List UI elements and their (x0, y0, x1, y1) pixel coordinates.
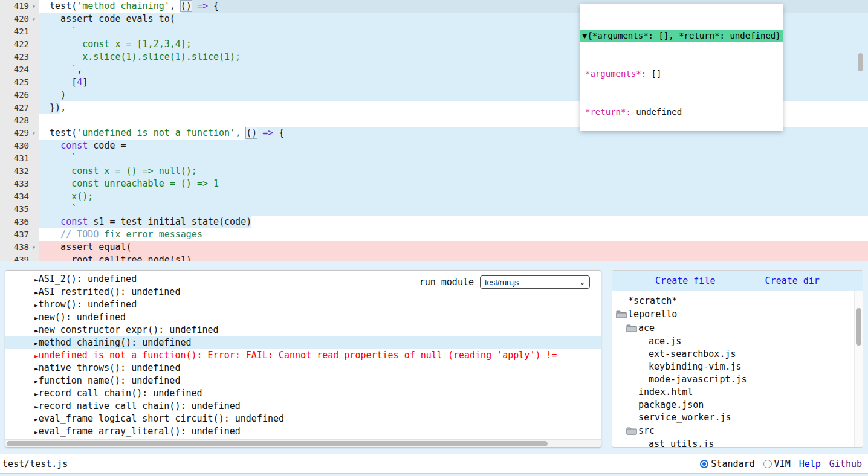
test-result-item[interactable]: ►native throws(): undefined (5, 362, 601, 375)
tree-vertical-scrollbar[interactable] (854, 291, 863, 447)
code-line-435[interactable]: 435 ` (0, 203, 868, 216)
tree-item-ace-js[interactable]: ace.js (612, 335, 854, 347)
tree-item-package-json[interactable]: package.json (612, 398, 854, 411)
run-module-select[interactable]: test/run.js ⌄ (480, 275, 590, 289)
code-content: const s1 = test_initial_state(code) (39, 216, 868, 228)
tree-folder-ace[interactable]: ace (612, 321, 854, 335)
radio-unchecked-icon[interactable] (763, 460, 772, 468)
tree-item-ext-searchbox-js[interactable]: ext-searchbox.js (612, 347, 854, 360)
fold-arrow-icon[interactable]: ▾ (29, 0, 39, 13)
tree-item-label: leporello (628, 309, 677, 320)
test-result-text: eval_frame array_literal(): undefined (39, 426, 241, 437)
expand-triangle-icon[interactable]: ► (34, 314, 39, 322)
tree-vscroll-thumb[interactable] (856, 308, 861, 346)
test-result-item[interactable]: ►new(): undefined (5, 311, 601, 324)
test-result-item[interactable]: ►record native call chain(): undefined (5, 400, 601, 413)
code-content: assert_equal( (39, 241, 868, 254)
radio-checked-icon[interactable] (700, 460, 708, 468)
inspector-return-row[interactable]: *return*: undefined (580, 106, 783, 118)
code-token (192, 1, 197, 11)
code-segment: root_calltree_node(s1) (39, 254, 192, 261)
gutter-line-number: 426 (0, 89, 39, 101)
line-filler (202, 228, 868, 241)
test-result-item[interactable]: ►eval_frame array_literal(): undefined (5, 425, 601, 438)
fold-arrow-icon[interactable]: ▾ (29, 127, 39, 140)
test-result-item[interactable]: ►new constructor expr(): undefined (5, 324, 601, 336)
test-result-text: record call chain(): undefined (39, 388, 202, 399)
code-line-433[interactable]: 433 const unreachable = () => 1 (0, 178, 868, 190)
gutter-line-number: 439 (0, 254, 39, 261)
return-value: undefined (631, 107, 682, 117)
evaluated-region: () => { (181, 0, 219, 13)
code-segment: ) (39, 89, 66, 101)
folder-icon (616, 310, 628, 318)
expand-triangle-icon[interactable]: ► (34, 365, 39, 373)
tree-item-service-worker-js[interactable]: service_worker.js (612, 411, 854, 423)
fold-arrow-icon[interactable]: ▾ (29, 241, 39, 254)
code-line-430[interactable]: 430 const code = (0, 140, 868, 152)
tree-folder-leporello[interactable]: leporello (612, 307, 854, 321)
folder-icon (626, 324, 638, 332)
code-token: => (197, 1, 208, 11)
create-dir-button[interactable]: Create dir (765, 275, 820, 286)
keybinding-standard-option[interactable]: Standard (700, 458, 754, 469)
test-result-item[interactable]: ►method chaining(): undefined (5, 336, 601, 349)
cursor-expression: () (181, 1, 192, 11)
expand-triangle-icon[interactable]: ► (34, 301, 39, 309)
code-token: , (235, 127, 246, 138)
test-result-item[interactable]: ►function name(): undefined (5, 375, 601, 387)
file-tree-panel: Create file Create dir *scratch*leporell… (612, 270, 863, 448)
code-token: ` (39, 64, 77, 75)
test-result-item[interactable]: ►eval_frame logical short circuit(): und… (5, 413, 601, 425)
tree-item-keybinding-vim-js[interactable]: keybinding-vim.js (612, 360, 854, 373)
arguments-key: *arguments*: (585, 69, 646, 79)
test-result-item[interactable]: ►throw(): undefined (5, 298, 601, 311)
expand-triangle-icon[interactable]: ► (34, 390, 39, 398)
inspector-expanded-node[interactable]: ▼{*arguments*: [], *return*: undefined} (580, 30, 783, 42)
tree-item-index-html[interactable]: index.html (612, 385, 854, 398)
expand-triangle-icon[interactable]: ► (34, 416, 39, 423)
code-line-436[interactable]: 436 const s1 = test_initial_state(code) (0, 216, 868, 228)
tree-item-ast-utils-js[interactable]: ast_utils.js (612, 437, 854, 447)
tree-item-label: mode-javascript.js (649, 374, 747, 385)
inspector-arguments-row[interactable]: *arguments*: [] (580, 68, 783, 80)
expand-triangle-icon[interactable]: ► (34, 276, 39, 284)
code-segment: test('method chaining', (39, 0, 181, 13)
code-line-432[interactable]: 432 const x = () => null(); (0, 165, 868, 178)
expand-triangle-icon[interactable]: ► (34, 378, 39, 385)
code-line-431[interactable]: 431 ` (0, 152, 868, 165)
help-link[interactable]: Help (799, 458, 821, 469)
code-segment: test('undefined is not a function', (39, 127, 246, 140)
code-line-437[interactable]: 437 // TODO fix error messages (0, 228, 868, 241)
folder-icon (626, 426, 638, 435)
test-result-item[interactable]: ►record call chain(): undefined (5, 387, 601, 400)
test-result-item[interactable]: ►undefined is not a function(): Error: F… (5, 349, 601, 362)
test-result-text: native throws(): undefined (39, 362, 181, 373)
expand-triangle-icon[interactable]: ► (34, 352, 39, 360)
results-hscroll-thumb[interactable] (7, 441, 548, 446)
tree-item--scratch-[interactable]: *scratch* (612, 294, 854, 307)
code-line-438[interactable]: 438▾ assert_equal( (0, 241, 868, 254)
code-line-439[interactable]: 439 root_calltree_node(s1) (0, 254, 868, 261)
test-results-panel: run module test/run.js ⌄ ►ASI_2(): undef… (5, 270, 601, 448)
tree-item-label: ext-searchbox.js (649, 349, 736, 359)
fold-arrow-icon[interactable]: ▾ (29, 13, 39, 25)
tree-folder-src[interactable]: src (612, 423, 854, 437)
editor-vertical-scrollbar-thumb[interactable] (858, 53, 863, 71)
create-file-button[interactable]: Create file (655, 275, 715, 286)
gutter-line-number: 438▾ (0, 241, 39, 254)
expand-triangle-icon[interactable]: ► (34, 428, 39, 436)
keybinding-vim-option[interactable]: VIM (763, 458, 791, 469)
expand-triangle-icon[interactable]: ► (34, 327, 39, 335)
code-token: const (60, 216, 88, 227)
gutter-line-number: 434 (0, 190, 39, 203)
expand-triangle-icon[interactable]: ► (34, 339, 39, 347)
tree-item-mode-javascript-js[interactable]: mode-javascript.js (612, 373, 854, 385)
github-link[interactable]: Github (829, 458, 862, 469)
expand-triangle-icon[interactable]: ► (34, 403, 39, 411)
code-segment: ` (39, 25, 77, 38)
code-token: 'undefined is not a function' (77, 127, 235, 138)
expand-triangle-icon[interactable]: ► (34, 289, 39, 297)
results-horizontal-scrollbar[interactable] (5, 439, 601, 447)
code-line-434[interactable]: 434 x(); (0, 190, 868, 203)
